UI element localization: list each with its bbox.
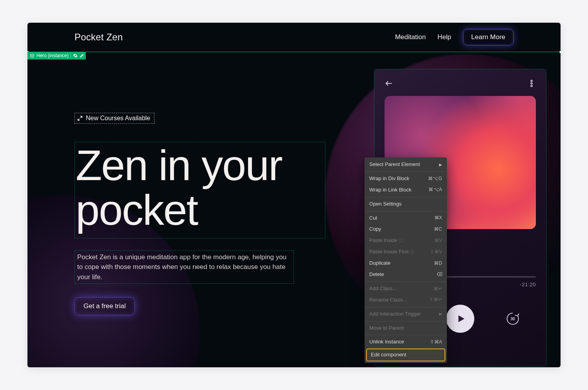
selection-tag[interactable]: Hero (instance) xyxy=(27,52,86,60)
brand-logo[interactable]: Pocket Zen xyxy=(74,32,123,43)
menu-item-cut[interactable]: Cut⌘X xyxy=(365,213,447,224)
tag-divider xyxy=(71,53,71,58)
expand-icon xyxy=(77,116,83,121)
pencil-icon[interactable] xyxy=(80,53,84,58)
forward-label: 30 xyxy=(510,317,515,321)
menu-separator xyxy=(365,282,447,282)
component-icon xyxy=(30,53,34,58)
site-nav: Pocket Zen Meditation Help Learn More xyxy=(27,23,561,52)
menu-separator xyxy=(365,172,447,172)
menu-separator xyxy=(365,307,447,307)
context-menu[interactable]: Select Parent Element▶Wrap in Div Block⌘… xyxy=(365,157,447,363)
svg-point-0 xyxy=(531,80,532,82)
hero-badge-text: New Courses Available xyxy=(86,115,150,122)
nav-link-help[interactable]: Help xyxy=(437,33,451,41)
play-icon xyxy=(456,314,466,324)
svg-point-1 xyxy=(531,83,532,84)
hero-section[interactable]: New Courses Available Zen in your pocket… xyxy=(74,113,325,315)
design-canvas[interactable]: Pocket Zen Meditation Help Learn More He… xyxy=(27,23,561,367)
hero-badge[interactable]: New Courses Available xyxy=(74,113,154,124)
menu-item-delete[interactable]: Delete xyxy=(365,269,447,280)
menu-item-paste-inside-first: Paste Inside Firstⓘ⇧⌘V xyxy=(365,246,447,258)
svg-point-2 xyxy=(531,85,532,87)
menu-item-edit-component[interactable]: Edit component xyxy=(366,348,445,361)
nav-link-meditation[interactable]: Meditation xyxy=(395,33,426,41)
menu-separator xyxy=(365,197,447,197)
hero-subcopy[interactable]: Pocket Zen is a unique meditation app fo… xyxy=(74,250,294,284)
menu-item-select-parent-element[interactable]: Select Parent Element▶ xyxy=(365,159,447,170)
menu-item-wrap-in-div-block[interactable]: Wrap in Div Block⌘⌥G xyxy=(365,173,447,184)
menu-item-add-class: Add Class...⌘↵ xyxy=(365,283,447,294)
menu-item-unlink-instance[interactable]: Unlink Instance⇧⌘A xyxy=(365,336,447,348)
menu-item-wrap-in-link-block[interactable]: Wrap in Link Block⌘⌥A xyxy=(365,184,447,196)
play-button[interactable] xyxy=(446,305,474,333)
selection-label: Hero (instance) xyxy=(36,53,69,58)
forward-30-button[interactable]: 30 xyxy=(505,311,521,327)
menu-separator xyxy=(365,211,447,211)
menu-item-copy[interactable]: Copy⌘C xyxy=(365,224,447,235)
menu-item-move-to-parent: Move to Parent xyxy=(365,323,447,334)
menu-item-paste-inside: Paste Insideⓘ⌘V xyxy=(365,235,447,246)
more-vertical-icon[interactable] xyxy=(527,79,536,88)
menu-item-rename-class: Rename Class...⇧⌘↵ xyxy=(365,294,447,306)
menu-separator xyxy=(365,335,447,335)
gear-icon[interactable] xyxy=(73,53,78,58)
back-arrow-icon[interactable] xyxy=(385,79,393,88)
nav-links: Meditation Help Learn More xyxy=(395,29,514,45)
menu-item-duplicate[interactable]: Duplicate⌘D xyxy=(365,258,447,269)
nav-cta-learn-more[interactable]: Learn More xyxy=(463,29,514,45)
hero-cta-trial[interactable]: Get a free trial xyxy=(74,297,135,315)
hero-headline[interactable]: Zen in your pocket xyxy=(74,142,325,238)
menu-item-add-interaction-trigger: Add Interaction Trigger▶ xyxy=(365,309,447,320)
menu-separator xyxy=(365,321,447,321)
time-remaining: -21:20 xyxy=(520,282,536,287)
menu-item-open-settings[interactable]: Open Settings xyxy=(365,199,447,210)
